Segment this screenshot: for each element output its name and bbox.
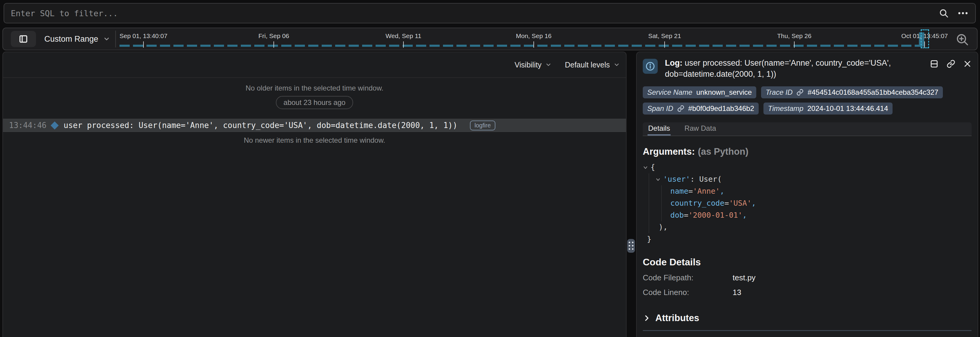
code-token: { [651,163,655,171]
log-row-tag[interactable]: logfire [470,121,495,131]
sql-filter-input[interactable]: Enter SQL to filter... [3,3,976,23]
details-header: Log: user processed: User(name='Anne', c… [643,57,972,80]
meta-badge-value: unknown_service [696,88,752,97]
timeline-tick-label: Sep 01, 13:40:07 [119,32,167,40]
timeline-axis[interactable]: Sep 01, 13:40:07 Fri, Sep 06 Wed, Sep 11… [3,28,977,50]
code-token: = [688,187,693,195]
code-line: dob='2000-01-01', [643,209,972,221]
meta-badge-value: 2024-10-01 13:44:46.414 [807,104,888,113]
code-line: country_code='USA', [643,197,972,209]
visibility-dropdown[interactable]: Visibility [515,61,552,69]
timeline-tick-mark [664,42,665,48]
code-token: } [647,235,651,243]
code-detail-value: 13 [733,288,741,297]
tab-details[interactable]: Details [648,122,671,136]
chevron-down-icon [613,61,620,68]
log-row-time: 13:44:46 [9,121,46,130]
search-icon[interactable] [939,8,949,18]
code-token: = [724,199,729,208]
code-line: { [643,161,972,173]
attributes-section-toggle[interactable]: Attributes [643,313,699,324]
collapse-toggle-icon[interactable] [643,161,651,174]
expand-rows-icon[interactable] [930,59,939,69]
chevron-down-icon [545,61,552,68]
code-detail-row: Code Lineno: 13 [643,288,972,297]
code-token: '2000-01-01' [688,211,743,219]
timeline-histogram-baseline [119,45,920,47]
default-levels-label: Default levels [565,61,610,69]
meta-badge[interactable]: Trace ID #454514c0168a455a51bb4ceba354c3… [761,86,943,98]
meta-badge[interactable]: Service Name unknown_service [643,86,756,98]
code-line: } [643,233,972,245]
log-list-panel: Visibility Default levels No older items… [2,51,627,337]
collapse-toggle-icon[interactable] [655,174,663,185]
timeline-tick-label: Thu, Sep 26 [777,32,811,40]
log-row-message: user processed: User(name='Anne', countr… [64,121,457,130]
arguments-heading-text: Arguments: [643,146,695,157]
code-token: , [751,199,756,208]
code-token: : [690,175,699,184]
details-tabs: DetailsRaw Data [643,122,972,136]
meta-badge-label: Timestamp [768,104,803,113]
code-token: 'USA' [729,199,751,208]
attributes-heading-text: Attributes [655,313,699,324]
code-details-rows: Code Filepath: test.py Code Lineno: 13 [643,273,972,297]
timeline-tick-mark [794,42,795,48]
sql-filter-bar: Enter SQL to filter... [0,0,980,26]
timeline-bar: Custom Range Sep 01, 13:40:07 Fri, Sep 0… [2,27,978,50]
log-list-header: Visibility Default levels [3,52,626,78]
log-level-diamond-icon [51,121,59,129]
meta-badge-value: #b0f0d9ed1ab346b2 [688,104,754,113]
permalink-icon[interactable] [947,59,955,69]
link-icon [677,105,684,112]
link-icon [796,89,803,96]
timeline-tick-mark [143,42,144,48]
code-token: , [743,211,747,219]
code-token: ), [659,223,668,232]
code-token: , [720,187,724,195]
time-ago-badge[interactable]: about 23 hours ago [276,96,353,109]
info-icon [643,59,658,74]
code-token: name [670,187,688,195]
code-token: 'user' [663,175,690,184]
tab-raw-data[interactable]: Raw Data [684,122,716,136]
code-line: name='Anne', [643,185,972,197]
meta-badge-label: Service Name [647,88,692,97]
details-title-text: user processed: User(name='Anne', countr… [665,59,891,78]
code-line: ), [643,221,972,233]
timeline-tick-mark [924,42,925,48]
no-older-items-text: No older items in the selected time wind… [3,84,626,93]
log-details-panel: Log: user processed: User(name='Anne', c… [636,51,978,337]
details-title-prefix: Log: [665,59,682,67]
code-token: dob [670,211,684,219]
panel-resize-handle[interactable] [627,239,635,253]
no-newer-items-text: No newer items in the selected time wind… [3,136,626,145]
close-icon[interactable] [963,60,972,68]
badge-row: Service Name unknown_service Trace ID #4… [643,86,972,115]
more-menu-icon[interactable] [957,8,969,18]
timeline-tick-label: Mon, Sep 16 [516,32,551,40]
timeline-tick-label: Fri, Sep 06 [258,32,290,40]
meta-badge[interactable]: Timestamp 2024-10-01 13:44:46.414 [764,102,892,115]
chevron-right-icon [643,314,651,322]
arguments-heading: Arguments:(as Python) [643,146,972,157]
meta-badge[interactable]: Span ID #b0f0d9ed1ab346b2 [643,102,759,115]
meta-badge-label: Span ID [647,104,673,113]
timeline-tick-label: Oct 01, 13:45:07 [901,32,948,40]
code-detail-value: test.py [733,273,756,283]
code-detail-row: Code Filepath: test.py [643,273,972,283]
sql-filter-placeholder: Enter SQL to filter... [11,9,939,18]
timeline-tick-label: Sat, Sep 21 [648,32,681,40]
zoom-in-button[interactable] [955,32,970,47]
arguments-code: {'user': User(name='Anne',country_code='… [643,161,972,245]
code-details-heading: Code Details [643,257,972,268]
code-detail-label: Code Filepath: [643,273,733,283]
default-levels-dropdown[interactable]: Default levels [565,61,620,69]
code-token: 'Anne' [693,187,720,195]
arguments-qualifier: (as Python) [698,146,748,157]
log-row[interactable]: 13:44:46 user processed: User(name='Anne… [3,119,626,132]
timeline-tick-mark [274,42,274,48]
code-line: 'user': User( [643,173,972,185]
timeline-tick-mark [403,42,404,48]
details-title: Log: user processed: User(name='Anne', c… [665,57,926,80]
